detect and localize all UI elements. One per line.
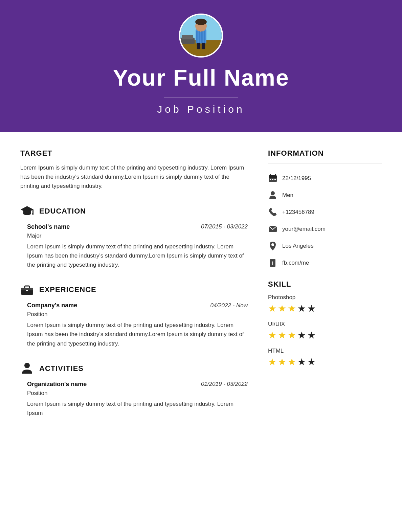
main-content: TARGET Lorem Ipsum is simply dummy text … (0, 132, 402, 445)
info-location-item: Los Angeles (268, 241, 382, 251)
avatar (179, 14, 223, 58)
svg-point-16 (32, 213, 34, 215)
education-header: EDUCATION (20, 204, 248, 218)
star-filled-2: ★ (278, 356, 286, 368)
calendar-icon (268, 174, 277, 183)
svg-rect-15 (32, 209, 34, 214)
experience-date: 04/2022 - Now (210, 302, 248, 309)
right-column: INFORMATION (268, 149, 382, 431)
svg-rect-26 (275, 174, 276, 177)
star-empty-4: ★ (297, 330, 306, 341)
star-empty-5: ★ (307, 330, 316, 341)
info-email-item: your@email.com (268, 224, 382, 234)
education-major: Major (27, 232, 248, 239)
svg-rect-29 (274, 179, 276, 180)
education-title: EDUCATION (39, 207, 86, 216)
location-icon (268, 241, 277, 251)
info-dob-value: 22/12/1995 (282, 175, 311, 182)
svg-rect-9 (204, 31, 205, 43)
star-empty-5: ★ (307, 356, 316, 368)
info-dob-item: 22/12/1995 (268, 174, 382, 183)
person-silhouette-icon (268, 191, 277, 200)
email-icon (268, 224, 277, 234)
info-phone-item: +123456789 (268, 207, 382, 217)
facebook-icon: i (268, 258, 277, 268)
header-section: Your Full Name Job Position (0, 0, 402, 132)
education-entry: School's name 07/2015 - 03/2022 Major Lo… (27, 223, 248, 270)
svg-rect-13 (202, 43, 205, 49)
activities-entry: Organization's name 01/2019 - 03/2022 Po… (27, 381, 248, 418)
star-empty-5: ★ (307, 303, 316, 314)
information-title: INFORMATION (268, 149, 382, 158)
experience-entry-header: Company's name 04/2022 - Now (27, 302, 248, 309)
svg-point-21 (24, 363, 30, 368)
graduation-cap-icon (20, 204, 34, 218)
star-filled-3: ★ (288, 303, 296, 314)
star-empty-4: ★ (297, 303, 306, 314)
svg-rect-28 (272, 179, 273, 180)
target-section: TARGET Lorem Ipsum is simply dummy text … (20, 149, 248, 191)
svg-point-5 (195, 19, 207, 25)
svg-rect-24 (269, 177, 277, 178)
experience-text: Lorem Ipsum is simply dummy text of the … (27, 320, 248, 348)
target-title: TARGET (20, 149, 248, 158)
star-filled-3: ★ (288, 330, 296, 341)
info-divider (268, 163, 382, 163)
svg-rect-12 (197, 43, 200, 49)
header-job-position: Job Position (157, 104, 245, 115)
experience-position: Position (27, 311, 248, 318)
info-gender-value: Men (282, 192, 293, 199)
experience-section: EXPERICENCE Company's name 04/2022 - Now… (20, 283, 248, 348)
svg-point-30 (271, 191, 275, 195)
star-filled-1: ★ (268, 356, 276, 368)
education-text: Lorem Ipsum is simply dummy text of the … (27, 242, 248, 270)
header-full-name: Your Full Name (113, 64, 289, 91)
skill-photoshop-stars: ★ ★ ★ ★ ★ (268, 303, 382, 314)
skill-photoshop: Photoshop ★ ★ ★ ★ ★ (268, 294, 382, 314)
svg-rect-25 (270, 174, 271, 177)
briefcase-icon (20, 283, 34, 296)
skill-uiuix-stars: ★ ★ ★ ★ ★ (268, 330, 382, 341)
experience-entry: Company's name 04/2022 - Now Position Lo… (27, 302, 248, 348)
skill-uiuix-name: UI/UIX (268, 321, 382, 328)
skill-html: HTML ★ ★ ★ ★ ★ (268, 348, 382, 368)
education-section: EDUCATION School's name 07/2015 - 03/202… (20, 204, 248, 270)
svg-rect-7 (199, 31, 200, 43)
header-divider (164, 97, 238, 97)
phone-icon (268, 207, 277, 217)
target-text: Lorem Ipsum is simply dummy text of the … (20, 163, 248, 191)
svg-rect-27 (270, 179, 271, 180)
svg-rect-20 (26, 290, 28, 291)
star-filled-1: ★ (268, 330, 276, 341)
star-filled-1: ★ (268, 303, 276, 314)
info-facebook-value: fb.com/me (282, 260, 309, 266)
activities-title: ACTIVITIES (39, 364, 84, 373)
skill-uiuix: UI/UIX ★ ★ ★ ★ ★ (268, 321, 382, 341)
activities-person-icon (20, 362, 34, 375)
activities-entry-header: Organization's name 01/2019 - 03/2022 (27, 381, 248, 388)
information-section: INFORMATION (268, 149, 382, 268)
avatar-image (180, 14, 222, 58)
svg-rect-6 (196, 31, 198, 43)
left-column: TARGET Lorem Ipsum is simply dummy text … (20, 149, 248, 431)
info-facebook-item: i fb.com/me (268, 258, 382, 268)
star-filled-2: ★ (278, 303, 286, 314)
activities-text: Lorem Ipsum is simply dummy text of the … (27, 399, 248, 418)
experience-title: EXPERICENCE (39, 285, 96, 294)
activities-position: Position (27, 390, 248, 397)
education-date: 07/2015 - 03/2022 (201, 223, 248, 230)
experience-company-name: Company's name (27, 302, 77, 309)
activities-date: 01/2019 - 03/2022 (201, 381, 248, 387)
skills-title: SKILL (268, 280, 382, 289)
skill-html-stars: ★ ★ ★ ★ ★ (268, 356, 382, 368)
info-phone-value: +123456789 (282, 209, 314, 216)
svg-text:i: i (272, 260, 273, 266)
skill-html-name: HTML (268, 348, 382, 354)
info-email-value: your@email.com (282, 226, 326, 232)
star-filled-2: ★ (278, 330, 286, 341)
svg-rect-11 (182, 35, 193, 39)
skill-photoshop-name: Photoshop (268, 294, 382, 301)
svg-point-32 (271, 243, 274, 246)
experience-header: EXPERICENCE (20, 283, 248, 296)
activities-header: ACTIVITIES (20, 362, 248, 375)
